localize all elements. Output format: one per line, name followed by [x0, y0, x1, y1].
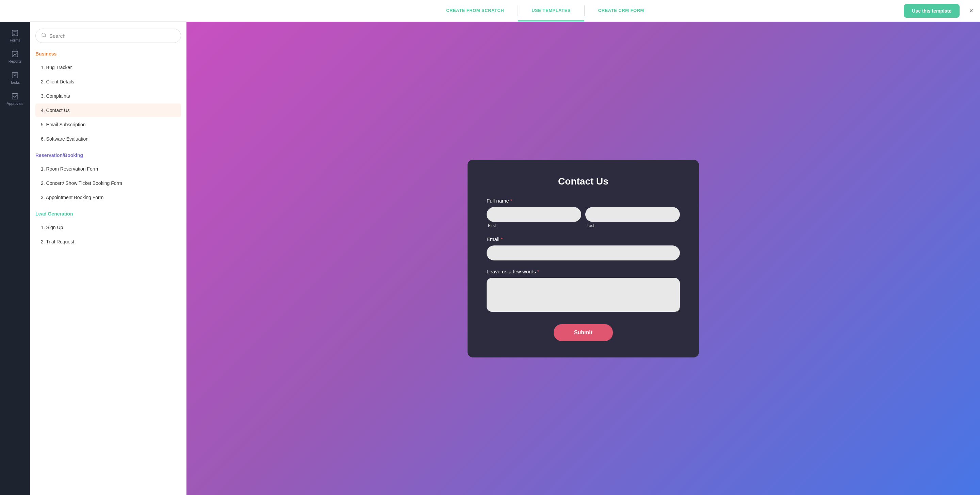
forms-icon: [11, 29, 19, 37]
section-title-lead: Lead Generation: [35, 211, 181, 216]
required-star-email: *: [501, 236, 503, 242]
svg-rect-7: [12, 94, 18, 99]
required-star-message: *: [537, 269, 539, 274]
template-item-bug-tracker[interactable]: 1. Bug Tracker: [35, 60, 181, 74]
svg-point-8: [42, 33, 46, 37]
template-item-email-subscription[interactable]: 5. Email Subscription: [35, 118, 181, 131]
svg-rect-4: [12, 51, 18, 57]
tab-use-templates[interactable]: USE TEMPLATES: [518, 0, 584, 21]
sidebar-item-approvals[interactable]: Approvals: [0, 89, 30, 109]
template-item-trial-request[interactable]: 2. Trial Request: [35, 235, 181, 248]
template-item-room-reservation[interactable]: 1. Room Reservation Form: [35, 162, 181, 176]
name-row: First Last: [487, 207, 680, 228]
tab-create-from-scratch[interactable]: CREATE FROM SCRATCH: [433, 0, 517, 21]
submit-button[interactable]: Submit: [554, 324, 613, 341]
section-title-business: Business: [35, 51, 181, 57]
sidebar: Forms Reports Tasks: [0, 22, 30, 495]
first-label: First: [487, 223, 581, 228]
email-input[interactable]: [487, 245, 680, 261]
template-item-sign-up[interactable]: 1. Sign Up: [35, 221, 181, 234]
template-item-complaints[interactable]: 3. Complaints: [35, 89, 181, 103]
search-input[interactable]: [49, 33, 175, 39]
reports-icon: [11, 50, 19, 58]
template-item-client-details[interactable]: 2. Client Details: [35, 75, 181, 89]
approvals-icon: [11, 92, 19, 100]
use-template-button[interactable]: Use this template: [904, 4, 959, 18]
template-list: Business 1. Bug Tracker 2. Client Detail…: [30, 22, 186, 495]
sidebar-item-tasks[interactable]: Tasks: [0, 68, 30, 88]
last-label: Last: [585, 223, 680, 228]
form-label-message: Leave us a few words *: [487, 269, 680, 274]
top-navigation: CREATE FROM SCRATCH USE TEMPLATES CREATE…: [0, 0, 980, 22]
template-item-concert-booking[interactable]: 2. Concert/ Show Ticket Booking Form: [35, 176, 181, 190]
svg-line-9: [45, 36, 46, 37]
last-name-input[interactable]: [585, 207, 680, 222]
section-title-reservation: Reservation/Booking: [35, 153, 181, 158]
template-item-contact-us[interactable]: 4. Contact Us: [35, 103, 181, 117]
form-card: Contact Us Full name * First: [468, 160, 699, 358]
sidebar-item-reports[interactable]: Reports: [0, 47, 30, 67]
form-label-full-name: Full name *: [487, 198, 680, 204]
sidebar-item-forms[interactable]: Forms: [0, 26, 30, 46]
tab-create-crm-form[interactable]: CREATE CRM FORM: [585, 0, 658, 21]
first-name-group: First: [487, 207, 581, 228]
lead-items: 1. Sign Up 2. Trial Request: [35, 221, 181, 248]
preview-area: Contact Us Full name * First: [186, 22, 980, 495]
form-group-message: Leave us a few words *: [487, 269, 680, 313]
message-textarea[interactable]: [487, 278, 680, 312]
close-button[interactable]: ×: [965, 5, 977, 17]
search-icon: [41, 32, 47, 39]
template-item-software-evaluation[interactable]: 6. Software Evaluation: [35, 132, 181, 146]
form-title: Contact Us: [487, 176, 680, 187]
required-star-name: *: [511, 198, 512, 204]
business-items: 1. Bug Tracker 2. Client Details 3. Comp…: [35, 60, 181, 146]
tasks-icon: [11, 72, 19, 79]
template-item-appointment-booking[interactable]: 3. Appointment Booking Form: [35, 191, 181, 204]
last-name-group: Last: [585, 207, 680, 228]
form-label-email: Email *: [487, 236, 680, 242]
form-group-email: Email *: [487, 236, 680, 261]
search-box[interactable]: [35, 29, 181, 43]
first-name-input[interactable]: [487, 207, 581, 222]
form-group-full-name: Full name * First Last: [487, 198, 680, 228]
reservation-items: 1. Room Reservation Form 2. Concert/ Sho…: [35, 162, 181, 204]
nav-tabs: CREATE FROM SCRATCH USE TEMPLATES CREATE…: [186, 0, 904, 21]
